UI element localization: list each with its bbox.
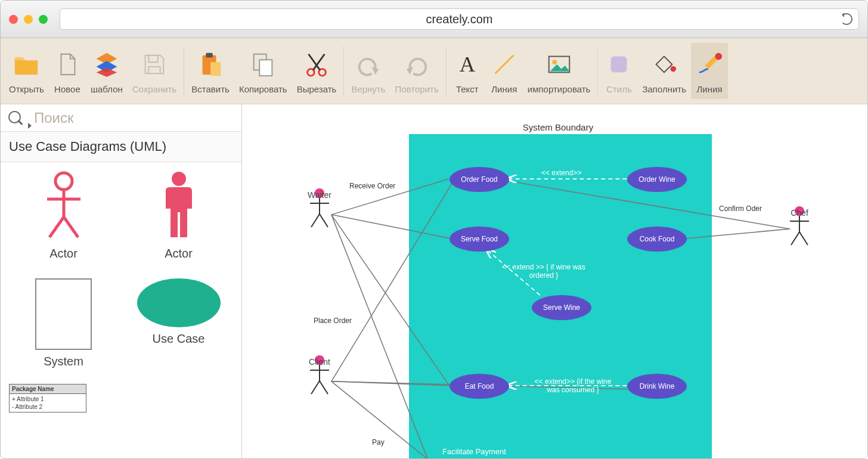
undo-button[interactable]: Вернуть: [346, 43, 390, 99]
label-extend-3: << extend>> {if the wine was consumed }: [528, 377, 618, 394]
shapes-panel-title: Use Case Diagrams (UML): [1, 132, 241, 162]
uc-eat-food[interactable]: Eat Food: [450, 374, 509, 399]
new-file-icon: [54, 51, 81, 78]
redo-icon: [403, 51, 430, 78]
uc-serve-food[interactable]: Serve Food: [450, 227, 509, 252]
folder-icon: [13, 51, 40, 78]
svg-line-8: [495, 55, 513, 74]
template-button[interactable]: шаблон: [86, 43, 128, 99]
reload-icon[interactable]: [841, 13, 852, 25]
label-place-order: Place Order: [314, 317, 352, 325]
line-button[interactable]: Линия: [486, 43, 523, 99]
shape-actor-human[interactable]: Actor: [124, 170, 233, 260]
label-extend-2: << extend >> { if wine was ordered }: [496, 263, 591, 280]
uc-order-food[interactable]: Order Food: [450, 167, 509, 192]
minimize-window-icon[interactable]: [24, 15, 33, 24]
label-receive-order: Receive Order: [349, 182, 395, 190]
url-text: creately.com: [426, 13, 493, 26]
line-icon: [491, 51, 518, 78]
actor-human-icon: [155, 170, 203, 242]
search-input[interactable]: [33, 109, 235, 127]
uc-order-wine[interactable]: Order Wine: [627, 167, 687, 192]
svg-line-18: [64, 217, 78, 237]
copy-button[interactable]: Копировать: [234, 43, 292, 99]
address-bar[interactable]: creately.com: [60, 8, 859, 30]
window-controls: [9, 15, 48, 24]
clipboard-icon: [197, 51, 224, 78]
svg-point-14: [55, 173, 72, 190]
maximize-window-icon[interactable]: [39, 15, 48, 24]
bucket-icon: [650, 51, 678, 78]
layers-icon: [93, 51, 120, 78]
paste-button[interactable]: Вставить: [187, 43, 234, 99]
svg-line-17: [49, 217, 64, 237]
label-confirm-order: Confirm Oder: [719, 204, 762, 213]
browser-titlebar: creately.com: [1, 1, 867, 38]
line-style-button[interactable]: Линия: [691, 43, 728, 99]
usecase-ellipse-icon: [137, 278, 221, 327]
app-toolbar: Открыть Новое шаблон Сохранить: [1, 38, 867, 104]
system-boundary-label: System Boundary: [504, 122, 612, 132]
svg-rect-2: [210, 62, 221, 76]
svg-line-46: [791, 232, 799, 245]
search-dropdown-icon[interactable]: [28, 123, 32, 129]
diagram-canvas[interactable]: System Boundary: [242, 104, 867, 459]
open-button[interactable]: Открыть: [4, 43, 49, 99]
svg-line-37: [320, 214, 328, 227]
uc-facilitate-payment[interactable]: Facilitate Payment: [442, 447, 506, 456]
svg-line-42: [320, 381, 328, 394]
shape-usecase[interactable]: Use Case: [124, 278, 233, 368]
close-window-icon[interactable]: [9, 15, 18, 24]
svg-rect-1: [206, 53, 213, 58]
undo-icon: [355, 51, 382, 78]
system-box-icon: [35, 278, 92, 350]
svg-rect-4: [260, 60, 272, 76]
fill-button[interactable]: Заполнить: [637, 43, 691, 99]
label-pay: Pay: [372, 438, 385, 446]
shape-actor-stick[interactable]: Actor: [9, 170, 118, 260]
svg-point-10: [552, 60, 557, 64]
import-button[interactable]: импортировать: [523, 43, 596, 99]
svg-text:A: A: [460, 52, 476, 76]
cut-button[interactable]: Вырезать: [292, 43, 342, 99]
pencil-icon: [696, 51, 723, 78]
save-icon: [141, 51, 168, 78]
text-button[interactable]: A Текст: [449, 43, 486, 99]
style-icon: [605, 51, 633, 78]
svg-point-19: [172, 172, 186, 186]
shape-system[interactable]: System: [9, 278, 118, 368]
svg-line-47: [799, 232, 808, 245]
actor-stick-icon: [40, 170, 88, 242]
shape-uml-class[interactable]: Package Name + Attribute 1 - Attribute 2: [9, 384, 86, 413]
scissors-icon: [303, 51, 330, 78]
shapes-sidebar: Use Case Diagrams (UML) Actor Actor: [1, 104, 242, 459]
svg-point-13: [715, 53, 723, 60]
uc-drink-wine[interactable]: Drink Wine: [627, 374, 687, 399]
copy-icon: [249, 51, 277, 78]
uc-serve-wine[interactable]: Serve Wine: [532, 295, 591, 320]
save-button[interactable]: Сохранить: [128, 43, 182, 99]
text-icon: A: [454, 51, 481, 78]
new-button[interactable]: Новое: [49, 43, 86, 99]
redo-button[interactable]: Повторить: [390, 43, 444, 99]
label-extend-1: << extend>>: [541, 169, 581, 177]
svg-line-36: [311, 214, 320, 227]
svg-point-12: [671, 66, 677, 72]
uc-cook-food[interactable]: Cook Food: [627, 227, 687, 252]
search-icon[interactable]: [7, 109, 24, 127]
svg-rect-11: [611, 57, 627, 73]
style-button[interactable]: Стиль: [600, 43, 637, 99]
image-icon: [545, 51, 573, 78]
svg-line-41: [311, 381, 320, 394]
